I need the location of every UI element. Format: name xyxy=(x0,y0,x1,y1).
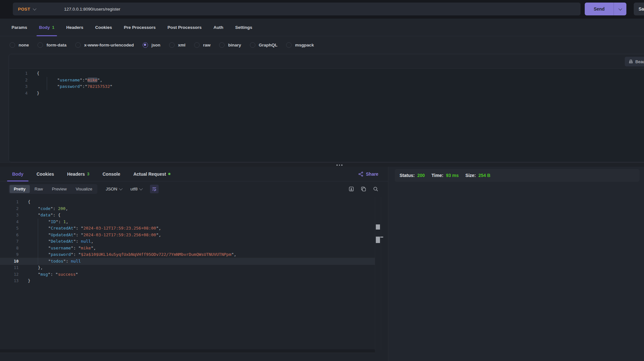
chevron-down-icon xyxy=(618,7,622,10)
body-type-binary[interactable]: binary xyxy=(219,42,241,48)
save-button[interactable]: Save xyxy=(634,3,644,15)
line-number: 4 xyxy=(9,90,28,97)
request-editor-toolbar: Beautify xyxy=(9,54,644,68)
code-line: 5"CreatedAt": "2024-03-12T17:59:23.256+0… xyxy=(0,225,375,232)
tab-actual-request[interactable]: Actual Request xyxy=(133,167,170,181)
method-label: POST xyxy=(18,7,30,12)
beautify-button[interactable]: Beautify xyxy=(625,57,644,66)
tab-params[interactable]: Params xyxy=(12,19,27,36)
line-number: 5 xyxy=(0,225,19,232)
word-wrap-icon xyxy=(152,187,157,191)
code-line: 10"todos": null xyxy=(0,258,375,265)
share-icon xyxy=(358,172,363,177)
share-button[interactable]: Share xyxy=(358,167,378,181)
splitter-drag-handle[interactable] xyxy=(336,164,343,166)
status-bar: Status: 200 Time: 93 ms Size: 254 B xyxy=(395,169,640,182)
response-time: Time: 93 ms xyxy=(432,173,459,178)
view-preview-button[interactable]: Preview xyxy=(48,185,71,193)
copy-button[interactable] xyxy=(361,186,366,192)
tab-cookies[interactable]: Cookies xyxy=(37,167,54,181)
tab-headers[interactable]: Headers3 xyxy=(67,167,89,181)
code-line: 4"ID": 1, xyxy=(0,219,375,225)
chevron-down-icon xyxy=(33,7,37,10)
count-badge: 1 xyxy=(52,25,54,30)
download-button[interactable] xyxy=(349,186,354,192)
send-options-button[interactable] xyxy=(614,8,626,10)
response-meta-panel: Status: 200 Time: 93 ms Size: 254 B xyxy=(389,167,644,361)
overview-ruler xyxy=(375,197,381,350)
body-type-graphql[interactable]: GraphQL xyxy=(250,42,278,48)
search-button[interactable] xyxy=(373,186,378,192)
beautify-icon xyxy=(629,59,633,64)
ruler-marker xyxy=(376,237,380,243)
line-number: 10 xyxy=(0,258,19,265)
code-line: 9"password": "$2a$10$UKL14u5yqfUxbNqVHff… xyxy=(0,251,375,258)
chevron-down-icon xyxy=(139,187,143,190)
status-dot xyxy=(168,173,170,175)
line-number: 7 xyxy=(0,238,19,245)
line-number: 11 xyxy=(0,264,19,271)
search-icon xyxy=(373,186,378,192)
tab-post-processors[interactable]: Post Processors xyxy=(168,19,202,36)
request-body-editor[interactable]: Beautify 1{2"username":"mike",3"password… xyxy=(9,54,644,162)
chevron-down-icon xyxy=(119,187,122,190)
download-icon xyxy=(349,186,354,192)
line-number: 3 xyxy=(9,83,28,90)
format-dropdown[interactable]: JSON xyxy=(106,187,122,191)
request-code-area[interactable]: 1{2"username":"mike",3"password":"782157… xyxy=(9,68,644,162)
code-line: 3"data": { xyxy=(0,212,375,219)
tab-auth[interactable]: Auth xyxy=(213,19,223,36)
tab-pre-processors[interactable]: Pre Processors xyxy=(124,19,156,36)
code-line: 6"UpdatedAt": "2024-03-12T17:59:23.256+0… xyxy=(0,232,375,239)
method-select[interactable]: POST xyxy=(13,7,64,12)
body-type-xml[interactable]: xml xyxy=(169,42,186,48)
line-number: 13 xyxy=(0,278,19,284)
horizontal-scroll-track[interactable] xyxy=(0,349,375,353)
size-value: 254 B xyxy=(478,173,490,178)
body-type-json[interactable]: json xyxy=(143,42,161,48)
response-code-area[interactable]: 1{2"code": 200,3"data": {4"ID": 1,5"Crea… xyxy=(0,197,375,284)
code-line: 8"username": "mike", xyxy=(0,245,375,252)
request-tabbar: ParamsBody1HeadersCookiesPre ProcessorsP… xyxy=(0,19,644,36)
line-number: 6 xyxy=(0,232,19,239)
code-line: 1{ xyxy=(9,70,644,77)
url-input[interactable]: 127.0.0.1:8090/users/register xyxy=(64,7,120,12)
tab-settings[interactable]: Settings xyxy=(235,19,252,36)
code-line: 13} xyxy=(0,278,375,284)
tab-body[interactable]: Body xyxy=(12,167,23,181)
encoding-dropdown[interactable]: utf8 xyxy=(130,187,143,191)
status-code: Status: 200 xyxy=(400,173,425,178)
copy-icon xyxy=(361,186,366,192)
code-line: 2"username":"mike", xyxy=(9,77,644,84)
tab-cookies[interactable]: Cookies xyxy=(95,19,112,36)
tab-console[interactable]: Console xyxy=(103,167,120,181)
body-type-x-www-form-urlencoded[interactable]: x-www-form-urlencoded xyxy=(75,42,134,48)
response-size: Size: 254 B xyxy=(466,173,491,178)
body-type-msgpack[interactable]: msgpack xyxy=(286,42,314,48)
word-wrap-toggle[interactable] xyxy=(150,185,159,193)
radio-icon xyxy=(10,42,15,48)
view-visualize-button[interactable]: Visualize xyxy=(71,185,96,193)
send-button[interactable]: Send xyxy=(585,3,626,15)
radio-icon xyxy=(169,42,175,48)
time-value: 93 ms xyxy=(446,173,459,178)
response-panel: BodyCookiesHeaders3ConsoleActual Request… xyxy=(0,167,388,361)
line-number: 8 xyxy=(0,245,19,252)
radio-icon xyxy=(143,42,148,48)
view-mode-switcher: PrettyRawPreviewVisualize xyxy=(9,184,97,194)
line-number: 1 xyxy=(0,199,19,206)
body-type-raw[interactable]: raw xyxy=(194,42,211,48)
tab-headers[interactable]: Headers xyxy=(66,19,83,36)
view-pretty-button[interactable]: Pretty xyxy=(10,185,30,193)
ruler-marker-tail xyxy=(380,237,383,238)
view-raw-button[interactable]: Raw xyxy=(30,185,47,193)
line-number: 1 xyxy=(9,70,28,77)
tab-body[interactable]: Body1 xyxy=(39,19,54,36)
body-type-form-data[interactable]: form-data xyxy=(37,42,66,48)
status-value: 200 xyxy=(417,173,425,178)
radio-icon xyxy=(286,42,292,48)
line-number: 9 xyxy=(0,251,19,258)
line-number: 2 xyxy=(9,77,28,84)
code-line: 2"code": 200, xyxy=(0,206,375,212)
body-type-none[interactable]: none xyxy=(10,42,29,48)
